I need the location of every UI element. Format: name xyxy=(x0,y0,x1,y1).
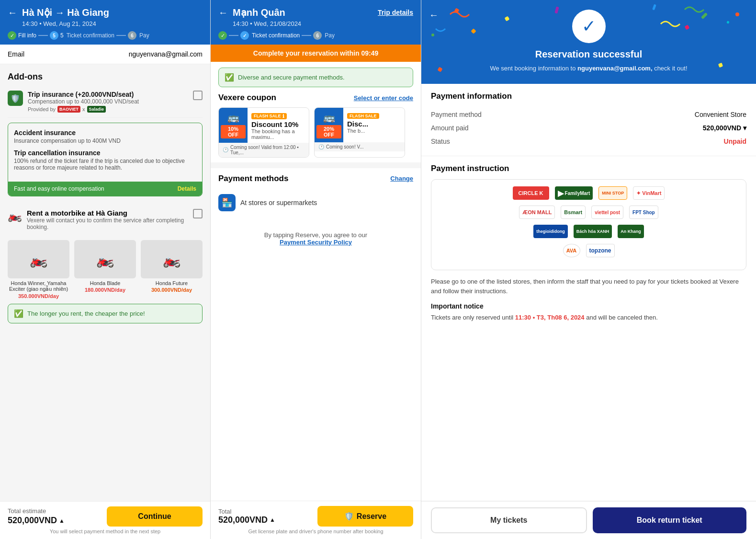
insurance-icon: 🛡️ xyxy=(8,91,23,106)
s3-footer: My tickets Book return ticket xyxy=(421,501,756,539)
s1-steps: ✓ Fill info 5 5 Ticket confirmation 6 Pa… xyxy=(8,31,203,40)
pm-label: At stores or supermarkets xyxy=(240,199,317,206)
agree-text: By tapping Reserve, you agree to our xyxy=(264,231,367,239)
coupon-footer-1: 🕐 Coming soon! Valid from 12:00 • Tue,..… xyxy=(219,143,309,157)
success-sub2: check it out! xyxy=(654,65,687,72)
s1-footer: Total estimate 520,000VND ▲ Continue You… xyxy=(0,501,210,539)
s2-footer: Total 520,000VND ▲ 🛡️ Reserve Get licens… xyxy=(211,501,421,539)
off-badge-2: 20% OFF xyxy=(316,125,341,138)
pm-change-link[interactable]: Change xyxy=(390,175,413,182)
s2-ticket-confirm: Ticket confirmation xyxy=(252,32,300,39)
store-logos-row1: CIRCLE K ▶ FamilyMart MINI STOP ✦ VinMar… xyxy=(438,186,739,200)
pi-row-amount: Amount paid 520,000VND ▾ xyxy=(431,121,746,135)
s2-amount-chevron[interactable]: ▲ xyxy=(270,516,275,523)
trip-details-link[interactable]: Trip details xyxy=(378,9,413,16)
moto-icon: 🏍️ xyxy=(8,209,22,222)
step1-label: Fill info xyxy=(18,32,36,39)
cancel-title: Trip cancellation insurance xyxy=(14,149,196,157)
off-badge-1: 10% OFF xyxy=(221,125,246,138)
circle-k-logo: CIRCLE K xyxy=(513,186,549,200)
s1-total-amount: 520,000VND xyxy=(8,516,57,526)
store-icon: 🏪 xyxy=(218,194,236,211)
amount-chevron[interactable]: ▲ xyxy=(59,517,65,524)
s2-step-check: ✓ xyxy=(218,31,227,40)
coupon-percent-1: Discount 10% xyxy=(251,120,305,128)
screen3-success: ← xyxy=(421,0,756,539)
store-logos-row2: ÆON MALL Bsmart viettel post FPT Shop xyxy=(438,206,739,219)
success-email: nguyenvana@gmail.com, xyxy=(577,65,654,72)
notice-date: 11:30 • T3, Th08 6, 2024 xyxy=(515,314,585,321)
addons-title: Add-ons xyxy=(0,64,210,86)
secure-text: Diverse and secure payment methods. xyxy=(238,74,345,81)
pi-amount-text: 520,000VND xyxy=(703,124,741,132)
moto-item-2: 🏍️ Honda Blade 180.000VND/day xyxy=(74,240,136,299)
payment-security-link[interactable]: Payment Security Policy xyxy=(280,239,352,246)
s2-total-label: Total xyxy=(218,508,275,515)
instruction-text: Please go to one of the listed stores, t… xyxy=(431,277,746,296)
flash-sale-2: FLASH SALE xyxy=(347,113,379,119)
familymart-logo: ▶ FamilyMart xyxy=(555,186,593,200)
details-link[interactable]: Details xyxy=(178,185,196,192)
moto-img-3: 🏍️ xyxy=(141,240,203,278)
select-code-link[interactable]: Select or enter code xyxy=(354,94,413,102)
circle-k-text: CIRCLE K xyxy=(516,189,546,197)
insurance-compensation: Compensation up to 400,000,000 VND/seat xyxy=(28,98,139,105)
s2-back-icon[interactable]: ← xyxy=(218,7,228,18)
s3-back-icon[interactable]: ← xyxy=(429,10,439,21)
important-text1: Tickets are only reserved until xyxy=(431,314,513,321)
store-logos-box: CIRCLE K ▶ FamilyMart MINI STOP ✦ VinMar… xyxy=(431,179,746,270)
coupon-footer-2: 🕐 Coming soon! V... xyxy=(315,142,405,151)
familymart-text: FamilyMart xyxy=(565,191,590,196)
success-title: Reservation successful xyxy=(431,49,746,60)
s2-step6: 6 xyxy=(313,31,322,40)
moto-price-3: 300.000VND/day xyxy=(141,287,203,293)
accident-box: Accident insurance Insurance compensatio… xyxy=(8,123,203,196)
s2-total-col: Total 520,000VND ▲ xyxy=(218,508,275,525)
s1-back-icon[interactable]: ← xyxy=(8,7,17,18)
my-tickets-button[interactable]: My tickets xyxy=(431,507,587,533)
timer-bar: Complete your reservation within 09:49 xyxy=(211,45,421,62)
pinst-title: Payment instruction xyxy=(431,164,746,173)
coupon-card-1[interactable]: 🚌 10% OFF FLASH SALE ℹ Discount 10% The … xyxy=(218,107,309,158)
s1-total-label: Total estimate xyxy=(8,507,65,515)
moto-checkbox[interactable] xyxy=(193,209,203,218)
pi-amount-value[interactable]: 520,000VND ▾ xyxy=(703,124,746,132)
bus-icon-1: 🚌 xyxy=(227,112,239,123)
provided-by-text: Provided by xyxy=(28,106,56,112)
coupon-desc-2: The b... xyxy=(347,128,401,134)
store-logos-row3: thegioididong Bách hóa XANH An Khang xyxy=(438,225,739,238)
pi-title: Payment information xyxy=(431,92,746,101)
cancel-desc: 100% refund of the ticket fare if the tr… xyxy=(14,158,196,171)
fptshop-logo: FPT Shop xyxy=(629,206,658,219)
s1-footer-row: Total estimate 520,000VND ▲ Continue xyxy=(8,506,203,527)
moto-price-2: 180.000VND/day xyxy=(74,287,136,293)
moto-img-1: 🏍️ xyxy=(8,240,69,278)
cheaper-box: ✅ The longer you rent, the cheaper the p… xyxy=(8,304,203,323)
payment-instruction-section: Payment instruction CIRCLE K ▶ FamilyMar… xyxy=(421,156,756,330)
accident-desc: Insurance compensation up to 400M VND xyxy=(14,138,196,144)
moto-name-1: Honda Winner, Yamaha Exciter (giao ngẫu … xyxy=(8,280,69,292)
coupon-card-2[interactable]: 🚌 20% OFF FLASH SALE Disc... The b... xyxy=(314,107,405,158)
reserve-button[interactable]: 🛡️ Reserve xyxy=(317,506,413,527)
bachhoaxanh-logo: Bách hóa XANH xyxy=(574,225,612,238)
moto-item-1: 🏍️ Honda Winner, Yamaha Exciter (giao ng… xyxy=(8,240,69,299)
pi-method-label: Payment method xyxy=(431,111,482,118)
s2-footer-note: Get license plate and driver's phone num… xyxy=(218,528,413,534)
reserve-icon: 🛡️ xyxy=(344,512,354,521)
payment-methods-section: Payment methods Change 🏪 At stores or su… xyxy=(211,165,421,222)
payment-info-section: Payment information Payment method Conve… xyxy=(421,84,756,156)
continue-button[interactable]: Continue xyxy=(107,506,203,527)
coupon-validity-2: Coming soon! V... xyxy=(326,144,364,149)
coupon-right-2: FLASH SALE Disc... The b... xyxy=(343,108,405,142)
s2-header: ← Mạnh Quân Trip details 14:30 • Wed, 21… xyxy=(211,0,421,45)
topzone-logo: topzone xyxy=(586,244,615,257)
insurance-title: Trip insurance (+20.000VND/seat) xyxy=(28,91,139,98)
book-return-button[interactable]: Book return ticket xyxy=(593,507,747,533)
insurance-checkbox[interactable] xyxy=(193,91,203,100)
viettelpost-logo: viettel post xyxy=(591,206,623,219)
pi-method-value: Convenient Store xyxy=(695,111,746,118)
coupon-right-1: FLASH SALE ℹ Discount 10% The booking ha… xyxy=(248,108,309,143)
pm-option: 🏪 At stores or supermarkets xyxy=(218,189,413,216)
step2-circle: 5 xyxy=(50,31,58,40)
reserve-label: Reserve xyxy=(357,512,386,521)
